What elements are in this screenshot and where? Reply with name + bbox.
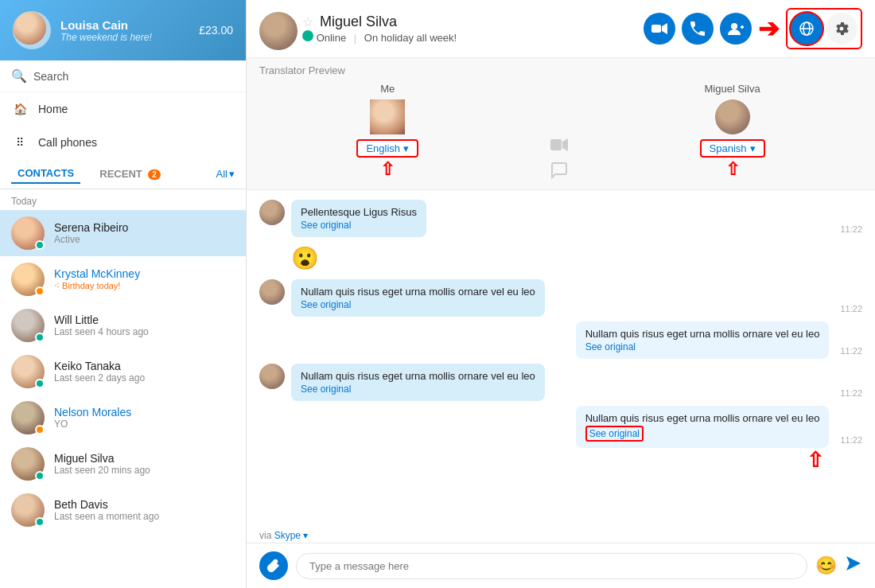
contact-info: Krystal McKinney ⁖ Birthday today! (54, 267, 235, 291)
translator-bar: Translator Preview Me English ▾ ⇧ (247, 58, 875, 190)
via-skype-link[interactable]: Skype (274, 530, 301, 541)
see-original-link[interactable]: See original (585, 341, 636, 352)
svg-rect-0 (651, 25, 661, 33)
search-icon: 🔍 (11, 68, 27, 84)
up-arrow-me: ⇧ (380, 159, 395, 180)
message-row: Pellentesque Ligus Risus See original 11… (259, 200, 862, 237)
message-time: 11:22 (840, 224, 862, 237)
contact-sub: Active (54, 234, 235, 245)
list-item[interactable]: Nelson Morales YO (0, 395, 246, 441)
status-dot-online (35, 240, 45, 250)
contact-info: Will Little Last seen 4 hours ago (54, 313, 235, 337)
attach-button[interactable] (259, 551, 288, 580)
voice-call-button[interactable] (682, 13, 714, 45)
chat-icon (550, 161, 569, 180)
star-icon[interactable]: ☆ (302, 14, 313, 29)
message-time: 11:22 (840, 435, 862, 448)
translate-button[interactable] (791, 13, 822, 45)
list-item[interactable]: Keiko Tanaka Last seen 2 days ago (0, 349, 246, 395)
list-item[interactable]: Will Little Last seen 4 hours ago (0, 302, 246, 349)
video-call-button[interactable] (644, 13, 675, 45)
contact-sub: Last seen 20 mins ago (54, 465, 235, 476)
section-today: Today (0, 189, 246, 210)
message-row: Nullam quis risus eget urna mollis ornar… (259, 279, 862, 317)
me-language-select[interactable]: English ▾ (356, 139, 418, 158)
message-time: 11:22 (840, 304, 862, 317)
via-chevron-icon: ▾ (303, 530, 308, 541)
translator-preview-label: Translator Preview (259, 64, 862, 76)
search-bar[interactable]: 🔍 Search (0, 60, 246, 92)
message-text: Nullam quis risus eget urna mollis ornar… (585, 412, 820, 424)
contact-info: Serena Ribeiro Active (54, 221, 235, 245)
svg-marker-1 (662, 23, 667, 34)
contact-list: Today Serena Ribeiro Active Krystal McKi… (0, 189, 246, 588)
contact-info: Miguel Silva Last seen 20 mins ago (54, 452, 235, 476)
profile-info: Louisa Cain The weekend is here! (60, 18, 189, 43)
contact-avatar (11, 401, 45, 434)
svg-rect-8 (550, 139, 562, 150)
chat-contact-avatar (259, 12, 293, 45)
status-dot-online (35, 517, 45, 527)
settings-button[interactable] (826, 13, 858, 45)
contact-name: Keiko Tanaka (54, 360, 235, 372)
online-badge-icon (302, 30, 313, 41)
see-original-link[interactable]: See original (301, 384, 351, 395)
tab-recent-label: RECENT (99, 168, 142, 180)
sidebar: Louisa Cain The weekend is here! £23.00 … (0, 0, 247, 588)
see-original-link-highlighted[interactable]: See original (585, 426, 644, 442)
list-item[interactable]: Krystal McKinney ⁖ Birthday today! (0, 256, 246, 302)
message-text: Nullam quis risus eget urna mollis ornar… (585, 328, 820, 340)
chevron-down-icon: ▾ (750, 142, 756, 154)
svg-marker-9 (562, 138, 568, 151)
home-icon: 🏠 (11, 100, 29, 118)
list-item[interactable]: Beth Davis Last seen a moment ago (0, 487, 246, 533)
chevron-down-icon: ▾ (229, 168, 235, 180)
list-item[interactable]: Miguel Silva Last seen 20 mins ago (0, 441, 246, 487)
contact-avatar (11, 493, 45, 527)
contact-name: Serena Ribeiro (54, 221, 235, 234)
status-dot-warning (35, 425, 45, 434)
message-text: Nullam quis risus eget urna mollis ornar… (301, 286, 535, 298)
up-arrow-contact: ⇧ (725, 159, 740, 180)
contact-info: Beth Davis Last seen a moment ago (54, 498, 235, 522)
contact-info: Keiko Tanaka Last seen 2 days ago (54, 360, 235, 384)
message-avatar (259, 200, 285, 225)
add-contact-button[interactable] (720, 13, 752, 45)
message-bubble: Nullam quis risus eget urna mollis ornar… (291, 364, 545, 401)
see-original-link[interactable]: See original (301, 299, 351, 310)
nav-call-phones[interactable]: ⠿ Call phones (0, 126, 246, 159)
chat-header: ☆ Miguel Silva Online | On holiday all w… (247, 0, 875, 58)
contact-avatar (11, 309, 45, 342)
tab-all[interactable]: All ▾ (216, 168, 235, 180)
contact-sub: Last seen 4 hours ago (54, 326, 235, 337)
emoji-message: 😮 (291, 242, 319, 275)
contact-chat-name: Miguel Silva (705, 83, 760, 95)
contact-sub: Last seen a moment ago (54, 511, 235, 522)
message-input[interactable] (296, 553, 807, 579)
send-button[interactable] (845, 555, 862, 577)
tabs-row: CONTACTS RECENT 2 All ▾ (0, 159, 246, 189)
list-item[interactable]: Serena Ribeiro Active (0, 210, 246, 256)
status-dot-online (35, 333, 45, 342)
profile-header: Louisa Cain The weekend is here! £23.00 (0, 0, 246, 60)
message-bubble: Pellentesque Ligus Risus See original (291, 200, 426, 237)
contact-sub: YO (54, 419, 235, 430)
contact-avatar-translator (715, 99, 750, 134)
message-row: Nullam quis risus eget urna mollis ornar… (259, 406, 862, 448)
tab-recent[interactable]: RECENT 2 (93, 165, 167, 183)
contact-avatar (11, 216, 45, 250)
message-time: 11:22 (840, 346, 862, 359)
profile-name: Louisa Cain (60, 18, 189, 32)
svg-marker-10 (846, 556, 861, 570)
svg-point-2 (731, 23, 737, 29)
contact-sub: ⁖ Birthday today! (54, 280, 235, 291)
nav-home[interactable]: 🏠 Home (0, 92, 246, 126)
message-row-with-annotation: Nullam quis risus eget urna mollis ornar… (259, 406, 862, 473)
emoji-button[interactable]: 😊 (815, 555, 837, 576)
contact-language-select[interactable]: Spanish ▾ (700, 139, 765, 158)
message-avatar (259, 364, 285, 389)
see-original-link[interactable]: See original (301, 220, 351, 231)
contact-avatar (11, 355, 45, 388)
message-row: 😮 (259, 242, 862, 275)
tab-contacts[interactable]: CONTACTS (11, 164, 80, 184)
